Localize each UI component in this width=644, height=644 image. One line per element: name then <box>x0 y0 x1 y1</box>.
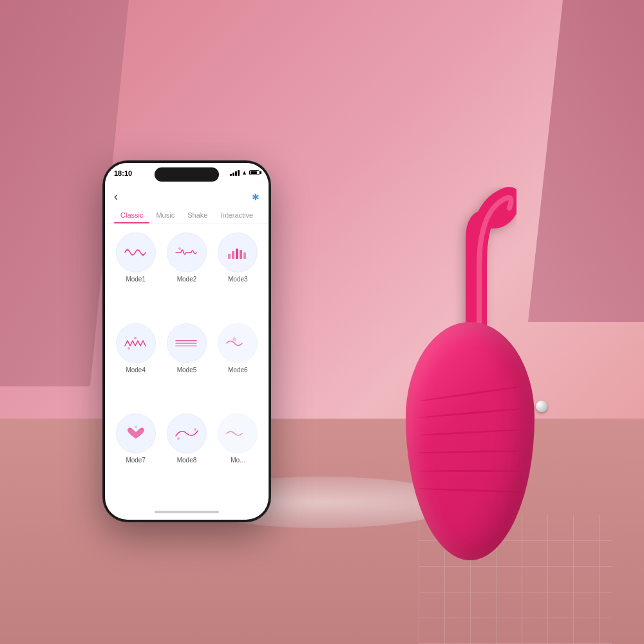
ridge-1 <box>419 386 522 402</box>
tab-music[interactable]: Music <box>149 207 181 223</box>
status-time: 18:10 <box>114 169 132 177</box>
svg-rect-4 <box>232 251 234 259</box>
phone-wrapper: 18:10 ▲ ‹ ✱ <box>103 161 270 522</box>
mode-3-circle <box>218 232 258 272</box>
svg-point-15 <box>194 428 196 431</box>
svg-rect-7 <box>243 252 246 259</box>
tab-classic[interactable]: Classic <box>114 207 149 223</box>
svg-point-10 <box>232 337 236 341</box>
home-indicator <box>105 504 269 520</box>
mode-2[interactable]: Mode2 <box>164 232 209 314</box>
battery-fill <box>251 171 257 174</box>
mode-2-label: Mode2 <box>177 276 197 283</box>
tab-shake[interactable]: Shake <box>181 207 214 223</box>
svg-point-0 <box>126 249 129 251</box>
mode-5-label: Mode5 <box>177 366 197 374</box>
mode-6[interactable]: Mode6 <box>215 323 261 405</box>
phone-device: 18:10 ▲ ‹ ✱ <box>103 161 270 522</box>
mode-7-label: Mode7 <box>126 457 146 464</box>
mode-2-circle <box>167 232 207 272</box>
svg-rect-5 <box>236 249 238 259</box>
phone-notch <box>155 167 219 182</box>
mode-9-label: Mo... <box>231 457 245 464</box>
back-button[interactable]: ‹ <box>114 190 118 204</box>
modes-grid: Mode1 Mode2 <box>105 223 269 504</box>
home-bar <box>155 511 219 513</box>
phone-screen: 18:10 ▲ ‹ ✱ <box>105 163 269 520</box>
mode-4-label: Mode4 <box>126 366 146 374</box>
svg-point-12 <box>140 428 143 430</box>
svg-point-9 <box>128 347 130 350</box>
svg-point-11 <box>129 428 131 430</box>
svg-rect-3 <box>228 254 231 259</box>
svg-point-14 <box>177 437 180 440</box>
mode-9-circle <box>218 413 258 453</box>
battery-icon <box>249 170 260 175</box>
signal-bars <box>230 170 240 176</box>
mode-6-circle <box>218 323 258 363</box>
mode-1-label: Mode1 <box>126 276 146 283</box>
signal-bar-2 <box>232 173 234 176</box>
wifi-icon: ▲ <box>242 169 247 176</box>
mode-4[interactable]: Mode4 <box>113 323 158 405</box>
mode-7-circle <box>116 413 156 453</box>
device-gem-button[interactable] <box>536 401 547 412</box>
egg-hook <box>439 187 516 341</box>
device-wrapper <box>374 187 567 560</box>
svg-point-1 <box>142 254 144 256</box>
svg-point-13 <box>135 426 137 428</box>
egg-ridges <box>419 393 522 522</box>
app-tabs: Classic Music Shake Interactive <box>105 207 269 223</box>
status-icons: ▲ <box>230 169 260 176</box>
mode-9[interactable]: Mo... <box>215 413 261 495</box>
signal-bar-3 <box>235 171 237 176</box>
egg-body <box>406 322 535 560</box>
mode-6-label: Mode6 <box>228 366 248 374</box>
ridge-4 <box>419 450 522 454</box>
mode-5[interactable]: Mode5 <box>164 323 209 405</box>
signal-bar-4 <box>238 170 240 176</box>
ridge-3 <box>419 429 522 436</box>
svg-point-2 <box>178 247 181 250</box>
ridge-2 <box>419 408 522 419</box>
signal-bar-1 <box>230 174 232 176</box>
mode-4-circle <box>116 323 156 363</box>
battery-tip <box>260 171 261 174</box>
mode-1-circle <box>116 232 156 272</box>
mode-1[interactable]: Mode1 <box>113 232 158 314</box>
svg-point-8 <box>134 337 137 339</box>
bluetooth-icon[interactable]: ✱ <box>252 192 260 202</box>
tab-interactive[interactable]: Interactive <box>214 207 260 223</box>
mode-8[interactable]: Mode8 <box>164 413 209 495</box>
app-header: ‹ ✱ <box>105 190 269 207</box>
mode-8-circle <box>167 413 207 453</box>
mode-3[interactable]: Mode3 <box>215 232 261 314</box>
ridge-6 <box>419 488 522 493</box>
mode-3-label: Mode3 <box>228 276 248 283</box>
ridge-5 <box>419 470 522 472</box>
mode-8-label: Mode8 <box>177 457 197 464</box>
mode-7[interactable]: Mode7 <box>113 413 158 495</box>
svg-rect-6 <box>240 250 242 259</box>
mode-5-circle <box>167 323 207 363</box>
